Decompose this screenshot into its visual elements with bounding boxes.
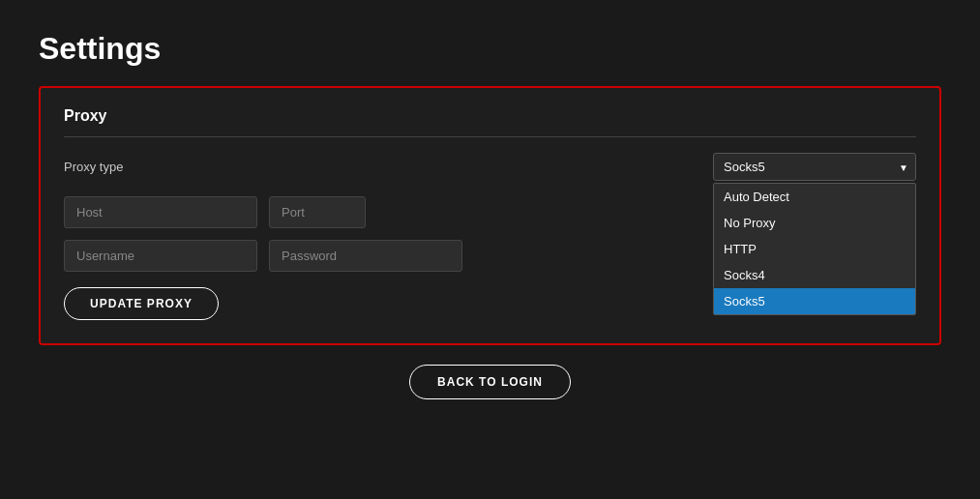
username-input[interactable]	[64, 240, 257, 272]
proxy-type-select[interactable]: Auto Detect No Proxy HTTP Socks4 Socks5	[713, 153, 916, 181]
proxy-type-select-wrapper: Auto Detect No Proxy HTTP Socks4 Socks5 …	[713, 153, 916, 181]
password-input[interactable]	[269, 240, 462, 272]
proxy-card-title: Proxy	[64, 107, 916, 137]
back-to-login-container: BACK TO LOGIN	[409, 365, 571, 399]
proxy-type-dropdown: Auto Detect No Proxy HTTP Socks4 Socks5	[713, 183, 916, 315]
dropdown-option-auto-detect[interactable]: Auto Detect	[714, 184, 915, 210]
port-input[interactable]	[269, 196, 366, 228]
update-proxy-button[interactable]: UPDATE PROXY	[64, 287, 219, 320]
proxy-card: Proxy Proxy type Auto Detect No Proxy HT…	[39, 86, 941, 345]
proxy-form: Proxy type Auto Detect No Proxy HTTP Soc…	[64, 153, 916, 320]
proxy-type-row: Proxy type Auto Detect No Proxy HTTP Soc…	[64, 153, 916, 181]
page-title: Settings	[39, 31, 161, 67]
page-container: Settings Proxy Proxy type Auto Detect No…	[0, 0, 980, 499]
dropdown-option-no-proxy[interactable]: No Proxy	[714, 210, 915, 236]
host-input[interactable]	[64, 196, 257, 228]
back-to-login-button[interactable]: BACK TO LOGIN	[409, 365, 571, 399]
dropdown-option-socks4[interactable]: Socks4	[714, 262, 915, 288]
dropdown-option-http[interactable]: HTTP	[714, 236, 915, 262]
dropdown-option-socks5[interactable]: Socks5	[714, 288, 915, 314]
proxy-type-label: Proxy type	[64, 160, 123, 174]
